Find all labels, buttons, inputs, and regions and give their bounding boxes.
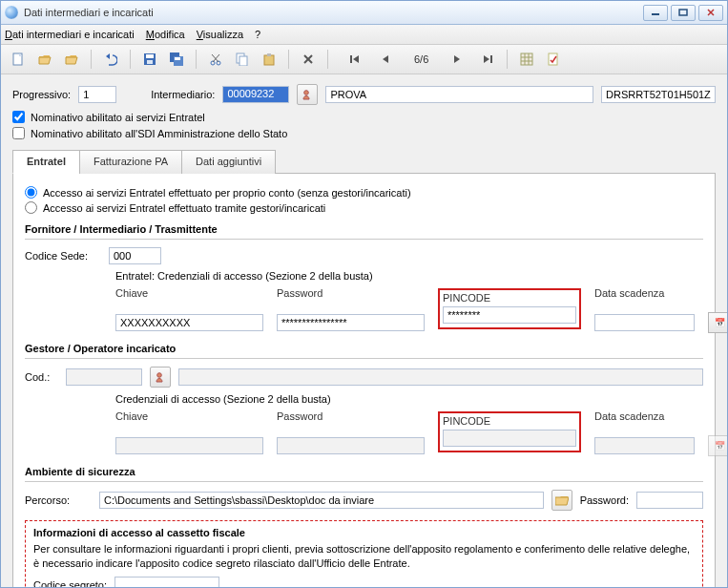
- password-input[interactable]: [277, 314, 425, 331]
- pager-indicator: 6/6: [405, 53, 438, 65]
- folder-icon: [555, 494, 569, 506]
- intermediario-code[interactable]: 00009232: [222, 86, 289, 103]
- browse-folder-button[interactable]: [551, 490, 572, 511]
- data-scadenza-label: Data scadenza: [594, 287, 695, 299]
- svg-rect-18: [267, 53, 271, 56]
- new-button[interactable]: [7, 48, 30, 71]
- radio-gestori[interactable]: [25, 201, 37, 214]
- amb-password-label: Password:: [580, 494, 629, 506]
- open-button[interactable]: [33, 48, 56, 71]
- data-scadenza-input[interactable]: [594, 314, 695, 331]
- prev-icon: [381, 53, 390, 65]
- percorso-input[interactable]: [99, 492, 544, 509]
- first-icon: [349, 53, 361, 65]
- menu-visualizza[interactable]: Visualizza: [197, 29, 243, 40]
- toolbar-sep-5: [327, 50, 328, 69]
- close-button[interactable]: [698, 5, 723, 21]
- gestore-name-input[interactable]: [178, 368, 703, 386]
- gestore-head: Gestore / Operatore incaricato: [25, 343, 703, 354]
- svg-rect-7: [147, 60, 153, 64]
- calendar-button-2[interactable]: 📅: [708, 435, 727, 456]
- person-search-icon: [155, 371, 166, 383]
- maximize-button[interactable]: [671, 5, 696, 21]
- hr-1: [25, 239, 703, 240]
- toolbar-sep-3: [196, 50, 197, 69]
- last-button[interactable]: [476, 48, 499, 71]
- calendar-icon: 📅: [715, 318, 725, 327]
- intermediario-name[interactable]: [325, 86, 593, 103]
- radio-gestori-label: Accesso ai servizi Entratel effettuato t…: [43, 202, 325, 214]
- pincode-input[interactable]: [443, 306, 576, 324]
- amb-password-input[interactable]: [636, 492, 703, 509]
- delete-icon: [302, 52, 315, 66]
- hr-2: [25, 358, 703, 359]
- chk-entratel[interactable]: [12, 111, 25, 123]
- copy-button[interactable]: [231, 48, 254, 71]
- lookup-intermediario-button[interactable]: [297, 84, 318, 105]
- person-search-icon: [302, 89, 313, 100]
- g-password-label: Password: [277, 410, 425, 422]
- minimize-button[interactable]: [643, 5, 668, 21]
- window-title: Dati intermediari e incaricati: [24, 7, 643, 18]
- g-password-input[interactable]: [277, 437, 425, 454]
- cod-label: Cod.:: [25, 371, 58, 383]
- g-chiave-input[interactable]: [115, 437, 263, 454]
- cod-input[interactable]: [66, 368, 142, 386]
- next-icon: [452, 53, 462, 65]
- codice-segreto-label: Codice segreto:: [33, 579, 107, 587]
- grid-button[interactable]: [515, 48, 538, 71]
- tab-entratel[interactable]: Entratel: [12, 150, 80, 174]
- fiscal-text: Per consultare le informazioni riguardan…: [33, 542, 695, 571]
- next-button[interactable]: [446, 48, 468, 71]
- chiave-input[interactable]: [115, 314, 263, 331]
- svg-rect-0: [652, 13, 659, 15]
- pager-group: 6/6: [343, 48, 499, 71]
- first-button[interactable]: [343, 48, 366, 71]
- paste-button[interactable]: [258, 48, 281, 71]
- progressivo-input[interactable]: [78, 86, 116, 103]
- percorso-label: Percorso:: [25, 494, 92, 506]
- cut-button[interactable]: [204, 48, 227, 71]
- svg-point-29: [304, 91, 309, 95]
- chk-sdi-label: Nominativo abilitato all'SDI Amministraz…: [31, 128, 287, 139]
- menu-dati[interactable]: Dati intermediari e incaricati: [5, 29, 135, 40]
- window: Dati intermediari e incaricati Dati inte…: [0, 0, 728, 588]
- toolbar: 6/6: [1, 45, 727, 74]
- calendar-button-1[interactable]: 📅: [708, 312, 727, 333]
- fornitore-head: Fornitore / Intermediario / Trasmittente: [25, 223, 703, 235]
- radio-proprio-conto[interactable]: [25, 186, 37, 199]
- menu-modifica[interactable]: Modifica: [146, 29, 185, 40]
- toolbar-sep-1: [91, 50, 92, 69]
- cred2-title: Credenziali di accesso (Sezione 2 della …: [115, 393, 703, 405]
- open2-button[interactable]: [60, 48, 83, 71]
- tab-fatturazione[interactable]: Fatturazione PA: [79, 150, 182, 174]
- tab-content-entratel: Accesso ai servizi Entratel effettuato p…: [12, 174, 716, 587]
- menu-help[interactable]: ?: [255, 29, 260, 40]
- app-icon: [5, 6, 18, 19]
- intermediario-cf[interactable]: [601, 86, 716, 103]
- prev-button[interactable]: [374, 48, 397, 71]
- g-pincode-input[interactable]: [443, 430, 576, 447]
- codice-segreto-input[interactable]: [114, 577, 219, 587]
- check-doc-button[interactable]: [542, 48, 565, 71]
- codice-sede-input[interactable]: [109, 247, 161, 264]
- codice-sede-label: Codice Sede:: [25, 250, 101, 262]
- undo-icon: [104, 52, 117, 66]
- new-doc-icon: [11, 52, 25, 66]
- svg-rect-22: [490, 55, 492, 63]
- cred-title: Entratel: Credenziali di accesso (Sezion…: [115, 270, 703, 282]
- titlebar: Dati intermediari e incaricati: [1, 1, 727, 25]
- paste-icon: [262, 52, 276, 66]
- lookup-gestore-button[interactable]: [150, 367, 171, 388]
- undo-button[interactable]: [99, 48, 122, 71]
- hr-3: [25, 481, 703, 482]
- maximize-icon: [678, 9, 688, 16]
- delete-button[interactable]: [297, 48, 320, 71]
- save-all-button[interactable]: [165, 48, 188, 71]
- chk-sdi[interactable]: [12, 127, 25, 139]
- tab-dati-aggiuntivi[interactable]: Dati aggiuntivi: [181, 150, 276, 174]
- save-button[interactable]: [138, 48, 161, 71]
- check-doc-icon: [547, 52, 560, 66]
- minimize-icon: [651, 9, 660, 16]
- g-data-scadenza-input[interactable]: [594, 437, 695, 454]
